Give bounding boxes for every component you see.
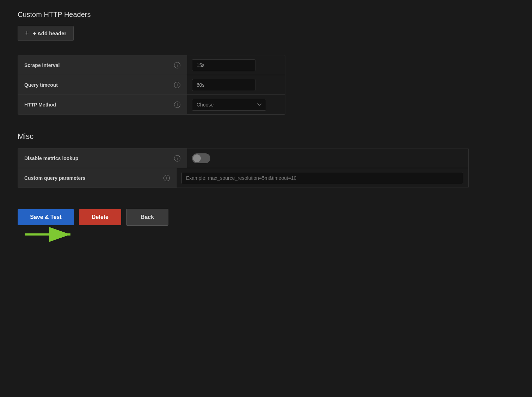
save-test-button[interactable]: Save & Test (18, 209, 74, 225)
scrape-interval-info-icon[interactable]: i (174, 62, 180, 68)
delete-button[interactable]: Delete (79, 209, 121, 225)
plus-icon: + (25, 30, 29, 37)
misc-section: Misc Disable metrics lookup i (18, 132, 514, 188)
query-timeout-input[interactable] (192, 79, 255, 91)
disable-metrics-row: Disable metrics lookup i (18, 148, 469, 168)
query-timeout-info-icon[interactable]: i (174, 82, 180, 88)
custom-query-label: Custom query parameters (24, 175, 86, 181)
action-buttons-row: Save & Test Delete Back (18, 209, 514, 226)
custom-http-headers-title: Custom HTTP Headers (18, 11, 514, 19)
scrape-interval-row: Scrape interval i (18, 55, 285, 75)
custom-query-row: Custom query parameters i (18, 168, 469, 188)
http-method-label: HTTP Method (24, 102, 56, 108)
arrow-svg (21, 224, 78, 245)
query-timeout-row: Query timeout i (18, 75, 285, 95)
custom-query-input[interactable] (181, 172, 463, 184)
add-header-button-label: + Add header (33, 30, 67, 36)
http-method-select[interactable]: Choose GET POST PUT (192, 99, 266, 111)
query-timeout-label: Query timeout (24, 82, 58, 88)
custom-query-info-icon[interactable]: i (163, 175, 170, 181)
back-button[interactable]: Back (126, 209, 168, 226)
toggle-slider (192, 153, 210, 163)
scrape-interval-input[interactable] (192, 59, 255, 71)
http-method-info-icon[interactable]: i (174, 102, 180, 108)
add-header-button[interactable]: + + Add header (18, 26, 74, 41)
misc-title: Misc (18, 132, 514, 141)
scrape-interval-label: Scrape interval (24, 62, 60, 68)
http-method-row: HTTP Method i Choose GET POST PUT (18, 94, 285, 115)
disable-metrics-info-icon[interactable]: i (174, 155, 180, 161)
arrow-indicator (21, 224, 78, 245)
disable-metrics-toggle[interactable] (192, 153, 210, 163)
disable-metrics-label: Disable metrics lookup (24, 155, 78, 161)
